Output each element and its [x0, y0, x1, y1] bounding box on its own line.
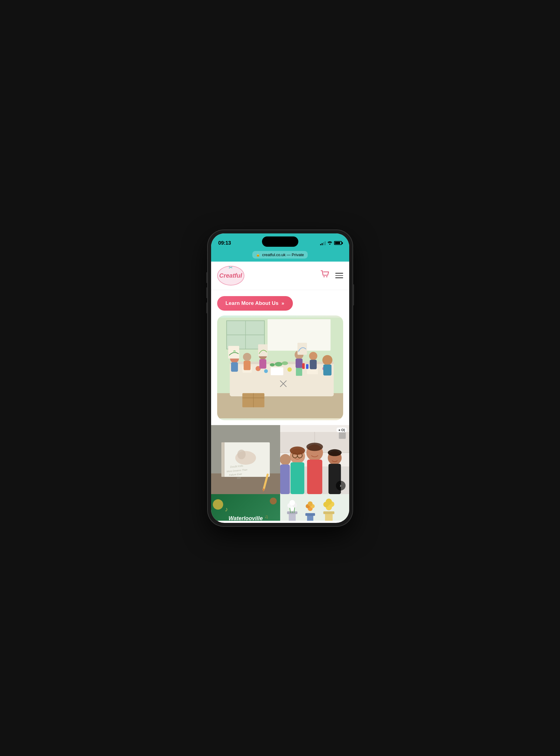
phone-mockup: 09:13 🔒 — [207, 230, 353, 527]
svg-rect-28 — [259, 359, 266, 368]
svg-rect-48 — [221, 442, 224, 477]
image-grid: Doubt Kills More Dreams Than Failure Eve… — [211, 425, 349, 520]
svg-text:Will: Will — [237, 476, 241, 479]
svg-point-71 — [280, 454, 291, 465]
svg-rect-9 — [217, 393, 343, 418]
svg-point-111 — [325, 499, 332, 505]
svg-text:♫: ♫ — [264, 514, 268, 519]
phone-screen: 09:13 🔒 — [211, 233, 349, 523]
svg-point-102 — [289, 500, 295, 506]
status-bar: 09:13 — [211, 233, 349, 249]
svg-point-77 — [306, 443, 323, 451]
svg-point-0 — [329, 244, 331, 245]
svg-point-37 — [275, 362, 282, 366]
svg-point-16 — [287, 367, 292, 372]
sketchbook-image: Doubt Kills More Dreams Than Failure Eve… — [211, 425, 280, 494]
svg-rect-31 — [295, 359, 302, 368]
svg-rect-72 — [280, 465, 290, 494]
svg-rect-66 — [291, 462, 304, 494]
flower-photo-1 — [280, 494, 349, 520]
svg-text:♪: ♪ — [225, 506, 228, 513]
chevrons-icon: » — [282, 301, 284, 306]
header-icons — [321, 270, 343, 281]
instagram-badge: ● O| — [337, 428, 346, 432]
svg-rect-106 — [325, 513, 333, 521]
logo-text: Creatful — [219, 272, 242, 279]
site-header: ✂ Creatful — [211, 262, 349, 290]
next-button[interactable]: › — [336, 481, 345, 490]
svg-rect-25 — [243, 361, 251, 370]
workshop-image — [217, 315, 343, 421]
instagram-icon: ● — [338, 428, 340, 432]
svg-rect-97 — [288, 513, 296, 521]
svg-point-24 — [243, 353, 251, 361]
svg-point-14 — [264, 369, 267, 373]
scissors-icon: ✂ — [229, 265, 233, 270]
svg-point-32 — [309, 352, 317, 360]
svg-rect-107 — [323, 511, 334, 514]
svg-rect-23 — [231, 362, 238, 371]
svg-point-38 — [282, 361, 288, 365]
cart-icon[interactable] — [321, 270, 330, 281]
learn-more-button[interactable]: Learn More About Us » — [217, 296, 293, 311]
battery-icon — [334, 241, 342, 245]
svg-point-117 — [308, 502, 313, 506]
svg-rect-15 — [271, 367, 283, 375]
svg-point-80 — [213, 499, 223, 510]
svg-rect-113 — [305, 513, 315, 516]
svg-point-2 — [326, 276, 327, 277]
svg-point-34 — [322, 355, 332, 365]
svg-rect-26 — [228, 346, 239, 359]
browser-bar[interactable]: 🔒 creatful.co.uk — Private — [211, 249, 349, 262]
signal-icon — [320, 241, 325, 245]
group-selfie-image: ● O| — [280, 425, 349, 494]
dynamic-island — [262, 237, 298, 247]
svg-point-78 — [328, 449, 342, 456]
svg-point-81 — [269, 498, 277, 505]
svg-point-39 — [269, 363, 275, 366]
url-bar[interactable]: 🔒 creatful.co.uk — Private — [252, 251, 307, 259]
main-image-section — [211, 315, 349, 425]
status-icons — [320, 241, 342, 246]
logo[interactable]: ✂ Creatful — [217, 266, 244, 286]
hamburger-menu-icon[interactable] — [335, 273, 343, 278]
url-text: creatful.co.uk — Private — [262, 252, 304, 257]
svg-point-76 — [289, 447, 305, 455]
festival-poster-image: ♪ ♫ Waterlooville MUSIC & ART FEST 10-4p… — [211, 494, 280, 520]
wifi-icon — [327, 241, 332, 246]
cta-section: Learn More About Us » — [211, 290, 349, 315]
svg-point-51 — [237, 450, 245, 459]
lock-icon: 🔒 — [256, 253, 260, 257]
svg-rect-35 — [323, 364, 331, 375]
flower-photos-image — [280, 494, 349, 520]
status-time: 09:13 — [218, 240, 231, 246]
page-scroll-area[interactable]: ✂ Creatful — [211, 262, 349, 521]
svg-rect-41 — [306, 364, 308, 369]
svg-text:Waterlooville: Waterlooville — [228, 515, 263, 521]
svg-rect-68 — [307, 459, 322, 494]
svg-point-1 — [323, 276, 325, 277]
svg-rect-33 — [309, 360, 317, 369]
svg-rect-40 — [302, 363, 304, 369]
logo-oval: ✂ Creatful — [217, 266, 244, 286]
